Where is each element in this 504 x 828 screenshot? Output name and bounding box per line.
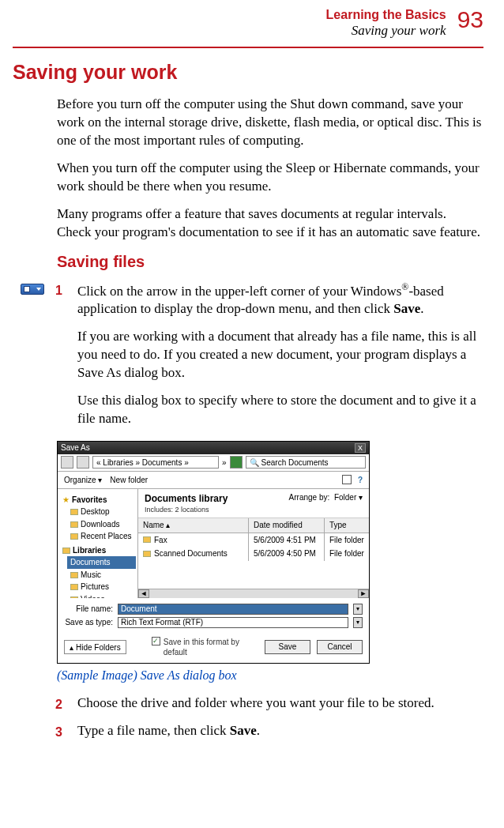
step-number-1: 1 [55, 280, 66, 299]
folder-icon [70, 597, 78, 598]
page-number: 93 [457, 8, 483, 32]
checkbox-icon: ✓ [152, 637, 160, 645]
save-button[interactable]: Save [265, 640, 310, 654]
library-title: Documents library [145, 492, 228, 505]
folder-icon [70, 509, 78, 515]
figure-caption: (Sample Image) Save As dialog box [57, 667, 483, 684]
arrange-by[interactable]: Arrange by: Folder ▾ [289, 492, 363, 503]
close-icon[interactable]: X [355, 443, 366, 453]
step-number-2: 2 [55, 694, 66, 713]
list-row[interactable]: Scanned Documents 5/6/2009 4:50 PM File … [138, 547, 369, 561]
new-folder-button[interactable]: New folder [110, 475, 148, 486]
library-subtitle: Includes: 2 locations [145, 505, 228, 514]
intro-paragraph-3: Many programs offer a feature that saves… [57, 205, 483, 242]
folder-icon [70, 533, 78, 540]
save-as-type-label: Save as type: [64, 617, 113, 628]
nav-forward-button[interactable] [77, 456, 89, 469]
list-columns[interactable]: Name ▴ Date modified Type [138, 518, 369, 533]
folder-icon [70, 584, 78, 590]
step-1: 1 Click on the arrow in the upper-left c… [13, 280, 483, 438]
list-row[interactable]: Fax 5/6/2009 4:51 PM File folder [138, 533, 369, 548]
save-as-type-select[interactable]: Rich Text Format (RTF) [118, 617, 348, 628]
dropdown-icon[interactable]: ▾ [353, 617, 363, 628]
folder-icon [143, 551, 151, 557]
chevron-up-icon: ▴ [70, 642, 73, 653]
chevron-right-icon: » [222, 457, 227, 469]
step-1-text-b: If you are working with a document that … [77, 328, 483, 382]
step-2-text: Choose the drive and folder where you wa… [77, 694, 483, 713]
scroll-left-icon[interactable]: ◄ [138, 589, 149, 598]
dialog-title: Save As [61, 442, 90, 454]
star-icon: ★ [62, 495, 70, 506]
nav-tree[interactable]: ★Favorites Desktop Downloads Recent Plac… [58, 489, 138, 598]
subheading-saving-files: Saving files [57, 251, 483, 273]
folder-icon [143, 536, 151, 543]
file-name-input[interactable]: Document [118, 604, 348, 615]
nav-back-button[interactable] [61, 456, 73, 469]
step-3-text: Type a file name, then click Save. [77, 722, 483, 740]
folder-icon [62, 548, 70, 554]
cancel-button[interactable]: Cancel [317, 640, 363, 654]
folder-icon [70, 572, 78, 578]
refresh-icon[interactable] [230, 456, 243, 469]
intro-paragraph-1: Before you turn off the computer using t… [57, 96, 483, 150]
view-icon[interactable] [342, 475, 352, 484]
save-as-dialog: Save As X « Libraries » Documents » » 🔍 … [57, 441, 370, 664]
ribbon-dropdown-icon [21, 284, 44, 295]
section-subtitle: Saving your work [326, 22, 446, 40]
save-default-format-checkbox[interactable]: ✓ Save in this format bydefault [152, 637, 239, 658]
scroll-right-icon[interactable]: ► [358, 589, 369, 598]
step-2: 2 Choose the drive and folder where you … [13, 694, 483, 722]
help-icon[interactable]: ? [358, 475, 363, 486]
step-number-3: 3 [55, 722, 66, 741]
intro-paragraph-2: When you turn off the computer using the… [57, 160, 483, 196]
dialog-titlebar: Save As X [58, 442, 369, 454]
tree-selected-documents[interactable]: Documents [67, 556, 136, 569]
file-name-label: File name: [64, 604, 113, 615]
step-1-text-c: Use this dialog box to specify where to … [77, 392, 483, 428]
chapter-title: Learning the Basics [326, 8, 446, 22]
page-header: Learning the Basics Saving your work 93 [0, 0, 504, 47]
hide-folders-button[interactable]: ▴ Hide Folders [64, 640, 126, 654]
breadcrumb-path[interactable]: « Libraries » Documents » [92, 456, 219, 469]
page-title: Saving your work [13, 59, 483, 86]
step-3: 3 Type a file name, then click Save. [13, 722, 483, 750]
step-1-text-a: Click on the arrow in the upper-left cor… [77, 280, 483, 319]
search-icon: 🔍 [250, 457, 259, 469]
organize-button[interactable]: Organize ▾ [64, 475, 102, 486]
search-input[interactable]: 🔍 Search Documents [246, 456, 366, 469]
horizontal-scrollbar[interactable]: ◄ ► [138, 589, 369, 598]
dropdown-icon[interactable]: ▾ [353, 604, 363, 615]
folder-icon [70, 521, 78, 528]
